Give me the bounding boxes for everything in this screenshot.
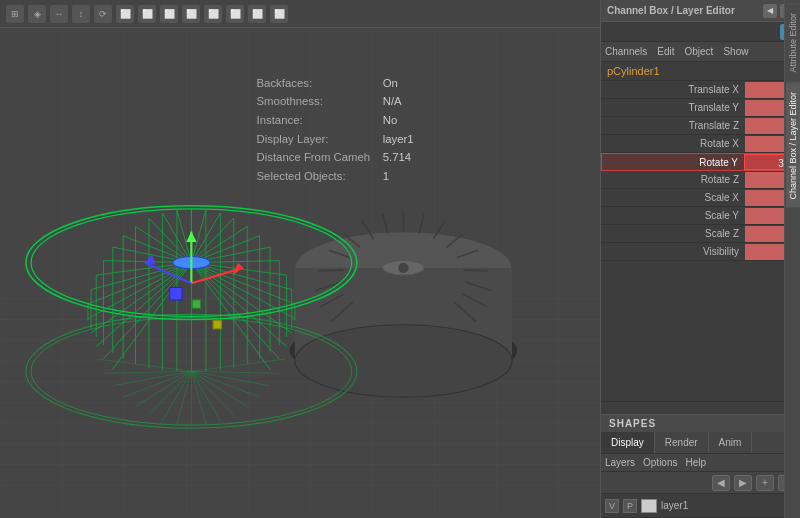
toolbar-icon-9[interactable]: ⬜ <box>182 5 200 23</box>
svg-line-30 <box>463 270 488 271</box>
channel-menubar: Channels Edit Object Show <box>601 42 800 62</box>
toolbar-icon-5[interactable]: ⟳ <box>94 5 112 23</box>
svg-text:No: No <box>383 114 398 126</box>
edit-menu[interactable]: Edit <box>657 46 674 57</box>
layers-menubar: Layers Options Help <box>601 454 800 472</box>
scene-svg: Backfaces: On Smoothness: N/A Instance: … <box>0 28 600 518</box>
tab-display[interactable]: Display <box>601 432 655 453</box>
attribute-editor-side-tab[interactable]: Attribute Editor <box>786 4 800 81</box>
right-panel: Channel Box / Layer Editor ◀ ✕ M Channel… <box>600 0 800 518</box>
options-menu[interactable]: Options <box>643 457 677 468</box>
svg-text:1: 1 <box>383 170 389 182</box>
channel-row-scale-y: Scale Y 1 <box>601 207 800 225</box>
channel-label-translate-x: Translate X <box>601 84 745 95</box>
svg-text:Selected Objects:: Selected Objects: <box>257 170 346 182</box>
panel-minimize-button[interactable]: ◀ <box>763 4 777 18</box>
channel-row-rotate-x: Rotate X 0 <box>601 135 800 153</box>
scene-canvas: Backfaces: On Smoothness: N/A Instance: … <box>0 28 600 518</box>
channel-row-scale-z: Scale Z 1 <box>601 225 800 243</box>
shapes-tab-bar: Display Render Anim <box>601 432 800 454</box>
object-name: pCylinder1 <box>601 62 800 81</box>
layer-color-swatch[interactable] <box>641 499 657 513</box>
layer-new-button[interactable]: + <box>756 475 774 491</box>
layers-arrows: ◀ ▶ + ⊡ <box>601 472 800 494</box>
svg-text:5.714: 5.714 <box>383 151 411 163</box>
channel-label-translate-y: Translate Y <box>601 102 745 113</box>
toolbar-icon-4[interactable]: ↕ <box>72 5 90 23</box>
tab-anim[interactable]: Anim <box>709 432 753 453</box>
channel-rows: Translate X 0 Translate Y 0 Translate Z … <box>601 81 800 401</box>
svg-line-38 <box>319 270 344 271</box>
channel-row-translate-y: Translate Y 0 <box>601 99 800 117</box>
viewport: ⊞ ◈ ↔ ↕ ⟳ ⬜ ⬜ ⬜ ⬜ ⬜ ⬜ ⬜ ⬜ <box>0 0 600 518</box>
svg-point-24 <box>295 325 512 397</box>
top-toolbar: ⊞ ◈ ↔ ↕ ⟳ ⬜ ⬜ ⬜ ⬜ ⬜ ⬜ ⬜ ⬜ <box>0 0 600 28</box>
channel-label-visibility: Visibility <box>601 246 745 257</box>
channel-box-side-tab[interactable]: Channel Box / Layer Editor <box>786 83 800 208</box>
channel-label-scale-z: Scale Z <box>601 228 745 239</box>
toolbar-icon-10[interactable]: ⬜ <box>204 5 222 23</box>
object-menu[interactable]: Object <box>685 46 714 57</box>
toolbar-icon-8[interactable]: ⬜ <box>160 5 178 23</box>
toolbar-icon-2[interactable]: ◈ <box>28 5 46 23</box>
toolbar-icon-7[interactable]: ⬜ <box>138 5 156 23</box>
toolbar-icon-6[interactable]: ⬜ <box>116 5 134 23</box>
svg-point-43 <box>398 263 408 273</box>
svg-text:Distance From Cameh: Distance From Cameh <box>257 151 371 163</box>
channel-row-translate-x: Translate X 0 <box>601 81 800 99</box>
layer-playback-toggle[interactable]: P <box>623 499 637 513</box>
channel-row-translate-z: Translate Z 0 <box>601 117 800 135</box>
channel-row-scale-x: Scale X 1 <box>601 189 800 207</box>
layer-arrow-right-button[interactable]: ▶ <box>734 475 752 491</box>
channel-row-rotate-z: Rotate Z 0 <box>601 171 800 189</box>
svg-text:Instance:: Instance: <box>257 114 303 126</box>
tab-render[interactable]: Render <box>655 432 709 453</box>
help-menu[interactable]: Help <box>685 457 706 468</box>
layer-name-label: layer1 <box>661 500 796 511</box>
channel-label-rotate-z: Rotate Z <box>601 174 745 185</box>
channel-label-rotate-y: Rotate Y <box>602 157 744 168</box>
toolbar-icon-13[interactable]: ⬜ <box>270 5 288 23</box>
svg-text:Smoothness:: Smoothness: <box>257 95 323 107</box>
show-menu[interactable]: Show <box>723 46 748 57</box>
svg-rect-120 <box>213 321 221 329</box>
shapes-section: SHAPES Display Render Anim Layers Option… <box>601 414 800 518</box>
channel-label-translate-z: Translate Z <box>601 120 745 131</box>
channel-label-rotate-x: Rotate X <box>601 138 745 149</box>
layer-arrow-up-button[interactable]: ◀ <box>712 475 730 491</box>
channel-row-rotate-y: Rotate Y 360 <box>601 153 800 171</box>
svg-rect-118 <box>170 287 182 299</box>
layer-entry-layer1: V P layer1 <box>601 494 800 518</box>
toolbar-icon-1[interactable]: ⊞ <box>6 5 24 23</box>
toolbar-icon-11[interactable]: ⬜ <box>226 5 244 23</box>
layer-visibility-toggle[interactable]: V <box>605 499 619 513</box>
toolbar-icon-3[interactable]: ↔ <box>50 5 68 23</box>
channel-label-scale-y: Scale Y <box>601 210 745 221</box>
attribute-editor-tab: Attribute Editor Channel Box / Layer Edi… <box>784 0 800 518</box>
svg-text:Display Layer:: Display Layer: <box>257 133 329 145</box>
svg-text:On: On <box>383 77 398 89</box>
channel-row-visibility: Visibility on <box>601 243 800 261</box>
svg-rect-119 <box>192 300 200 308</box>
layers-menu[interactable]: Layers <box>605 457 635 468</box>
channels-menu[interactable]: Channels <box>605 46 647 57</box>
svg-text:layer1: layer1 <box>383 133 414 145</box>
panel-title: Channel Box / Layer Editor <box>607 5 735 16</box>
svg-text:N/A: N/A <box>383 95 402 107</box>
panel-titlebar: Channel Box / Layer Editor ◀ ✕ <box>601 0 800 22</box>
shapes-header: SHAPES <box>601 415 800 432</box>
toolbar-icon-12[interactable]: ⬜ <box>248 5 266 23</box>
channel-label-scale-x: Scale X <box>601 192 745 203</box>
svg-text:Backfaces:: Backfaces: <box>257 77 313 89</box>
